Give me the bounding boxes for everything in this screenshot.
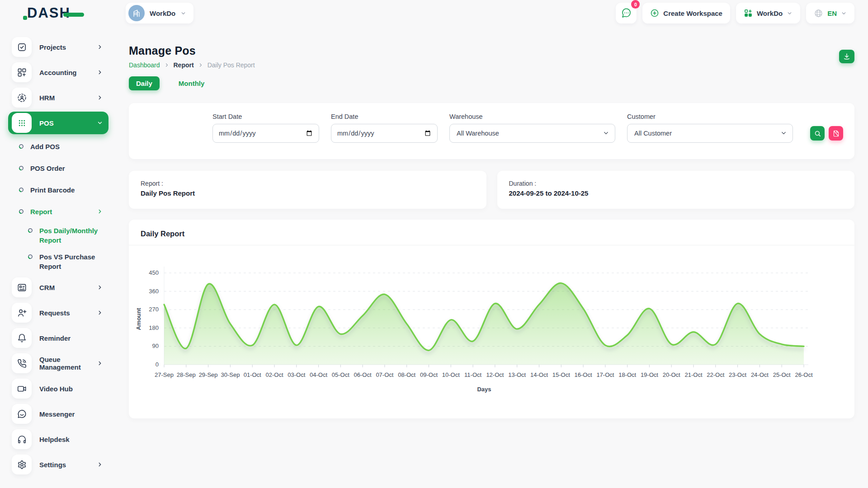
- hrm-icon: [12, 88, 32, 108]
- customer-field: Customer All Customer: [627, 113, 793, 143]
- tab-daily[interactable]: Daily: [129, 76, 160, 90]
- svg-text:16-Oct: 16-Oct: [575, 371, 592, 378]
- sidebar-item-video-hub[interactable]: Video Hub: [8, 376, 108, 401]
- chevron-down-icon: [787, 10, 793, 16]
- messages-badge: 0: [631, 0, 640, 9]
- svg-text:22-Oct: 22-Oct: [707, 371, 724, 378]
- report-summary-card: Report : Daily Pos Report: [129, 171, 486, 209]
- warehouse-select[interactable]: All Warehouse: [449, 124, 615, 143]
- end-date-input[interactable]: [331, 124, 438, 143]
- svg-text:27-Sep: 27-Sep: [155, 371, 174, 378]
- workspace-name: WorkDo: [150, 9, 175, 17]
- sidebar-item-queue-management[interactable]: Queue Management: [8, 351, 108, 376]
- file-slash-icon: [833, 130, 840, 137]
- sidebar-subitem-pos-vs-purchase-report[interactable]: Pos VS Purchase Report: [8, 249, 108, 275]
- start-date-input[interactable]: [212, 124, 319, 143]
- plus-circle-icon: [650, 9, 659, 18]
- sidebar-item-accounting[interactable]: Accounting: [8, 60, 108, 85]
- filter-card: Start Date End Date Warehouse All Wareho…: [129, 103, 854, 159]
- page-header: Manage Pos Dashboard Report Daily Pos Re…: [129, 44, 854, 69]
- sidebar-item-hrm[interactable]: HRM: [8, 85, 108, 110]
- sidebar-subitem-print-barcode[interactable]: Print Barcode: [8, 179, 108, 201]
- chevron-right-icon: [97, 310, 103, 316]
- svg-text:14-Oct: 14-Oct: [530, 371, 548, 378]
- svg-text:90: 90: [152, 343, 159, 349]
- sidebar-item-pos[interactable]: POS: [8, 112, 108, 134]
- app-logo[interactable]: DASH: [27, 5, 104, 21]
- workspace-avatar: [128, 5, 145, 21]
- building-icon: [132, 9, 141, 18]
- chart-title: Daily Report: [129, 220, 854, 245]
- customer-select[interactable]: All Customer: [627, 124, 793, 143]
- svg-text:04-Oct: 04-Oct: [310, 371, 327, 378]
- sidebar: ProjectsAccountingHRMPOSAdd POSPOS Order…: [0, 26, 117, 488]
- svg-text:12-Oct: 12-Oct: [486, 371, 504, 378]
- sidebar-subitem-report[interactable]: Report: [8, 201, 108, 222]
- svg-text:21-Oct: 21-Oct: [684, 371, 702, 378]
- svg-text:05-Oct: 05-Oct: [332, 371, 349, 378]
- sidebar-item-reminder[interactable]: Reminder: [8, 325, 108, 351]
- duration-summary-card: Duration : 2024-09-25 to 2024-10-25: [497, 171, 855, 209]
- svg-text:02-Oct: 02-Oct: [265, 371, 283, 378]
- language-button[interactable]: EN: [806, 3, 854, 23]
- breadcrumb-dashboard[interactable]: Dashboard: [129, 61, 160, 69]
- topbar: DASH WorkDo 0 Create Workspace WorkDo: [0, 0, 868, 26]
- customer-label: Customer: [627, 113, 793, 120]
- queue-icon: [12, 353, 32, 373]
- download-button[interactable]: [839, 50, 854, 63]
- filter-actions: [810, 126, 843, 141]
- chevron-right-icon: [97, 44, 103, 50]
- svg-text:17-Oct: 17-Oct: [596, 371, 614, 378]
- workspace-selector[interactable]: WorkDo: [126, 3, 193, 23]
- messenger-icon: [12, 404, 32, 424]
- chart-card: Daily Report 45036027018090027-Sep28-Sep…: [129, 220, 854, 418]
- svg-text:03-Oct: 03-Oct: [288, 371, 305, 378]
- bullet-icon: [19, 144, 24, 149]
- sidebar-item-requests[interactable]: Requests: [8, 300, 108, 325]
- grid-plus-icon: [744, 9, 753, 18]
- report-summary-value: Daily Pos Report: [141, 189, 475, 197]
- end-date-label: End Date: [331, 113, 438, 120]
- svg-text:Days: Days: [477, 386, 491, 393]
- sidebar-item-helpdesk[interactable]: Helpdesk: [8, 427, 108, 452]
- bullet-icon: [19, 165, 24, 171]
- svg-text:360: 360: [149, 288, 159, 295]
- chevron-down-icon: [841, 10, 847, 16]
- report-summary-label: Report :: [141, 180, 475, 187]
- breadcrumb-report[interactable]: Report: [174, 61, 194, 69]
- bullet-icon: [19, 209, 24, 214]
- chevron-right-icon: [97, 284, 103, 291]
- search-button[interactable]: [810, 126, 825, 141]
- create-workspace-button[interactable]: Create Workspace: [642, 3, 730, 23]
- sidebar-item-messenger[interactable]: Messenger: [8, 401, 108, 427]
- duration-summary-label: Duration :: [509, 180, 843, 187]
- bullet-icon: [19, 187, 24, 192]
- report-period-tabs: Daily Monthly: [129, 76, 854, 90]
- crm-icon: [12, 277, 32, 297]
- search-icon: [814, 130, 821, 137]
- sidebar-item-projects[interactable]: Projects: [8, 34, 108, 60]
- tab-monthly[interactable]: Monthly: [171, 76, 212, 90]
- main-content: Manage Pos Dashboard Report Daily Pos Re…: [117, 26, 868, 488]
- svg-text:29-Sep: 29-Sep: [199, 371, 218, 378]
- settings-icon: [12, 455, 32, 474]
- summary-row: Report : Daily Pos Report Duration : 202…: [129, 171, 854, 209]
- sidebar-subitem-pos-order[interactable]: POS Order: [8, 157, 108, 179]
- reset-button[interactable]: [829, 126, 843, 141]
- svg-text:06-Oct: 06-Oct: [354, 371, 372, 378]
- page-title: Manage Pos: [129, 44, 255, 57]
- chat-bubble-icon: [621, 8, 632, 19]
- svg-text:13-Oct: 13-Oct: [508, 371, 526, 378]
- start-date-field: Start Date: [212, 113, 319, 143]
- messages-button[interactable]: 0: [616, 3, 637, 23]
- workspace-switcher-button[interactable]: WorkDo: [736, 3, 800, 23]
- chevron-right-icon: [198, 62, 203, 68]
- sidebar-subitem-add-pos[interactable]: Add POS: [8, 136, 108, 157]
- video-icon: [12, 379, 32, 399]
- sidebar-subitem-pos-daily-monthly-report[interactable]: Pos Daily/Monthly Report: [8, 222, 108, 249]
- svg-text:09-Oct: 09-Oct: [420, 371, 438, 378]
- svg-text:28-Sep: 28-Sep: [177, 371, 196, 378]
- svg-text:Amount: Amount: [135, 308, 142, 330]
- sidebar-item-settings[interactable]: Settings: [8, 452, 108, 477]
- sidebar-item-crm[interactable]: CRM: [8, 275, 108, 300]
